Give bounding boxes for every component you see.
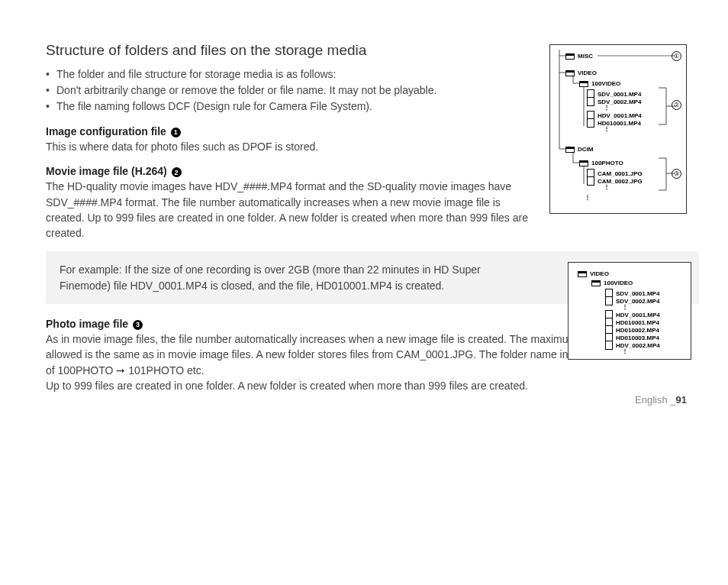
folder-icon	[591, 280, 601, 286]
folder-icon	[579, 160, 588, 166]
callout-mark-2-icon: 2	[172, 167, 182, 177]
folder-icon	[565, 53, 575, 60]
callout-1-icon: ①	[672, 51, 681, 61]
folder-diagram-1: MISC ① VIDEO 100VIDEO SDV_0001.MP4 SDV_0…	[549, 44, 687, 214]
bullet-2: Don't arbitrarily change or remove the f…	[46, 82, 534, 99]
d1-misc-label: MISC	[578, 53, 593, 60]
bullet-3: The file naming follows DCF (Design rule…	[46, 99, 534, 115]
section-title: Structure of folders and files on the st…	[46, 42, 534, 59]
file-icon	[587, 176, 594, 186]
callout-mark-1-icon: 1	[171, 128, 181, 137]
movie-file-body: The HD-quality movie images have HDV_###…	[46, 179, 534, 241]
folder-diagram-2: VIDEO 100VIDEO SDV_0001.MP4 SDV_0002.MP4…	[568, 262, 691, 360]
d2-video-label: VIDEO	[590, 270, 609, 277]
dots-icon: ⋮	[585, 194, 591, 201]
file-icon	[587, 118, 594, 128]
dots-icon: ⋮	[604, 125, 610, 132]
d2-100video-label: 100VIDEO	[604, 280, 633, 286]
image-config-body: This is where data for photo files such …	[46, 139, 534, 154]
image-config-head: Image configuration file 1	[46, 125, 534, 137]
callout-mark-3-icon: 3	[133, 320, 143, 330]
file-icon	[605, 296, 613, 305]
example-text: For example: If the size of one recordin…	[60, 262, 525, 293]
page-footer: English _91	[635, 394, 687, 406]
dots-icon: ⋮	[622, 347, 629, 354]
dots-icon: ⋮	[622, 303, 629, 310]
example-box: For example: If the size of one recordin…	[46, 251, 699, 304]
d1-video-label: VIDEO	[578, 69, 597, 76]
folder-icon	[579, 81, 588, 87]
callout-3-icon: ③	[672, 169, 681, 179]
intro-bullets: The folder and file structure for storag…	[46, 66, 534, 115]
movie-file-head: Movie image file (H.264) 2	[46, 165, 534, 177]
file-icon	[587, 97, 594, 106]
d1-100photo-label: 100PHOTO	[591, 160, 623, 166]
file-icon	[605, 341, 613, 350]
bullet-1: The folder and file structure for storag…	[46, 66, 534, 82]
dots-icon: ⋮	[604, 104, 610, 111]
dots-icon: ⋮	[604, 183, 610, 190]
folder-icon	[565, 70, 575, 76]
d1-100video-label: 100VIDEO	[591, 80, 620, 87]
folder-icon	[578, 271, 587, 277]
folder-icon	[565, 147, 575, 153]
callout-2-icon: ②	[672, 100, 681, 110]
d1-dcim-label: DCIM	[578, 146, 593, 153]
